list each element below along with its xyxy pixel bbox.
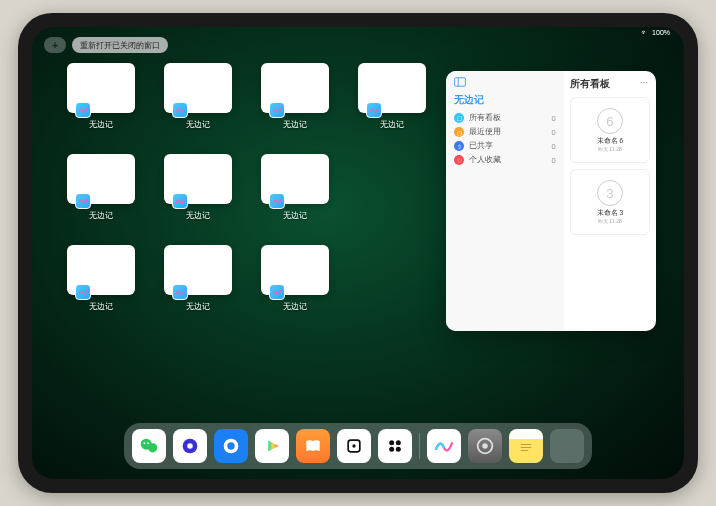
window-thumb[interactable]: 无边记 (254, 63, 335, 144)
screen: ᯤ 100% + 重新打开已关闭的窗口 无边记无边记无边记无边记无边记无边记无边… (32, 27, 684, 479)
dock-icon-notes[interactable] (509, 429, 543, 463)
dock-icon-wechat[interactable] (132, 429, 166, 463)
thumb-label: 无边记 (283, 210, 307, 221)
category-icon: ◷ (454, 127, 464, 137)
freeform-app-icon (75, 102, 91, 118)
board-sketch: 6 (597, 108, 623, 134)
thumb-card (67, 63, 135, 113)
svg-point-18 (482, 443, 488, 449)
category-row[interactable]: ⇧ 已共享 0 (454, 141, 556, 151)
sidebar-icon (454, 77, 466, 87)
dock-icon-settings[interactable] (468, 429, 502, 463)
freeform-app-icon (75, 193, 91, 209)
dock-icon-folder[interactable] (550, 429, 584, 463)
window-thumb[interactable]: 无边记 (60, 154, 141, 235)
window-thumb[interactable]: 无边记 (157, 63, 238, 144)
window-thumb[interactable]: 无边记 (157, 245, 238, 326)
dock-icon-freeform[interactable] (427, 429, 461, 463)
svg-point-4 (144, 442, 146, 444)
dock-icon-play[interactable] (255, 429, 289, 463)
category-row[interactable]: ☐ 所有看板 0 (454, 113, 556, 123)
thumb-label: 无边记 (283, 301, 307, 312)
thumb-card (261, 63, 329, 113)
svg-point-15 (389, 447, 394, 452)
window-thumb[interactable]: 无边记 (351, 63, 432, 144)
board-date: 昨天 11:28 (598, 218, 622, 224)
freeform-app-icon (172, 284, 188, 300)
freeform-app-icon (172, 193, 188, 209)
thumb-card (67, 245, 135, 295)
svg-point-9 (227, 442, 234, 449)
category-row[interactable]: ◷ 最近使用 0 (454, 127, 556, 137)
category-label: 所有看板 (469, 113, 501, 123)
dock-icon-app-b[interactable] (378, 429, 412, 463)
popover-sidebar: 无边记 ☐ 所有看板 0◷ 最近使用 0⇧ 已共享 0♡ 个人收藏 0 (446, 71, 564, 331)
category-label: 个人收藏 (469, 155, 501, 165)
thumb-label: 无边记 (380, 119, 404, 130)
thumb-card (164, 63, 232, 113)
freeform-app-icon (269, 284, 285, 300)
category-count: 0 (551, 114, 555, 123)
category-icon: ♡ (454, 155, 464, 165)
thumb-label: 无边记 (89, 210, 113, 221)
thumb-card (261, 245, 329, 295)
content-area: 无边记无边记无边记无边记无边记无边记无边记无边记无边记无边记无边记无边记 ···… (60, 63, 656, 417)
freeform-app-icon (366, 102, 382, 118)
top-bar: + 重新打开已关闭的窗口 (44, 37, 168, 53)
dock-separator (419, 433, 420, 459)
thumb-label: 无边记 (186, 301, 210, 312)
window-thumb[interactable]: 无边记 (157, 154, 238, 235)
dock-icon-app-a[interactable] (337, 429, 371, 463)
svg-point-5 (147, 442, 149, 444)
more-icon[interactable]: ··· (640, 77, 648, 88)
dock-icon-books[interactable] (296, 429, 330, 463)
popover-boards: 所有看板 6 未命名 6 昨天 11:283 未命名 3 昨天 11:28 (564, 71, 656, 331)
thumb-label: 无边记 (186, 210, 210, 221)
freeform-app-icon (172, 102, 188, 118)
thumb-label: 无边记 (89, 301, 113, 312)
freeform-app-icon (75, 284, 91, 300)
svg-point-14 (396, 440, 401, 445)
window-thumb[interactable]: 无边记 (60, 245, 141, 326)
freeform-app-icon (269, 193, 285, 209)
svg-point-3 (148, 443, 157, 452)
thumb-card (164, 245, 232, 295)
freeform-app-icon (269, 102, 285, 118)
dock (124, 423, 592, 469)
popover-header (454, 77, 556, 87)
wifi-icon: ᯤ (641, 29, 648, 36)
category-label: 最近使用 (469, 127, 501, 137)
category-label: 已共享 (469, 141, 493, 151)
svg-rect-0 (455, 78, 466, 86)
freeform-popover: ··· 无边记 ☐ 所有看板 0◷ 最近使用 0⇧ 已共享 0♡ 个人收藏 0 … (446, 71, 656, 331)
window-thumb[interactable]: 无边记 (254, 154, 335, 235)
board-name: 未命名 6 (597, 137, 623, 146)
window-thumb[interactable]: 无边记 (60, 63, 141, 144)
thumb-label: 无边记 (186, 119, 210, 130)
board-card[interactable]: 3 未命名 3 昨天 11:28 (570, 169, 650, 235)
popover-right-title: 所有看板 (570, 77, 650, 91)
battery-text: 100% (652, 29, 670, 36)
category-icon: ☐ (454, 113, 464, 123)
reopen-closed-window-button[interactable]: 重新打开已关闭的窗口 (72, 37, 168, 53)
category-count: 0 (551, 128, 555, 137)
dock-icon-browser[interactable] (214, 429, 248, 463)
thumb-label: 无边记 (283, 119, 307, 130)
svg-point-12 (352, 444, 355, 447)
window-grid: 无边记无边记无边记无边记无边记无边记无边记无边记无边记无边记无边记无边记 (60, 63, 432, 417)
popover-left-title: 无边记 (454, 93, 556, 107)
board-card[interactable]: 6 未命名 6 昨天 11:28 (570, 97, 650, 163)
window-thumb[interactable]: 无边记 (254, 245, 335, 326)
category-count: 0 (551, 156, 555, 165)
category-row[interactable]: ♡ 个人收藏 0 (454, 155, 556, 165)
thumb-card (261, 154, 329, 204)
board-date: 昨天 11:28 (598, 146, 622, 152)
category-list: ☐ 所有看板 0◷ 最近使用 0⇧ 已共享 0♡ 个人收藏 0 (454, 113, 556, 165)
thumb-card (67, 154, 135, 204)
thumb-label: 无边记 (89, 119, 113, 130)
dock-icon-quark[interactable] (173, 429, 207, 463)
category-icon: ⇧ (454, 141, 464, 151)
svg-point-7 (187, 443, 193, 449)
add-button[interactable]: + (44, 37, 66, 53)
ipad-frame: ᯤ 100% + 重新打开已关闭的窗口 无边记无边记无边记无边记无边记无边记无边… (18, 13, 698, 493)
